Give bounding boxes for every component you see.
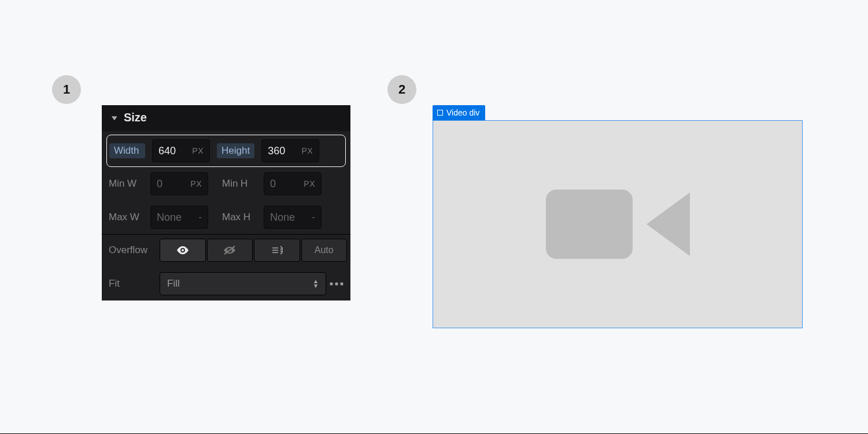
more-horizontal-icon: ••• [329,277,345,291]
svg-rect-3 [272,250,278,251]
video-placeholder-icon [546,190,690,259]
minw-value: 0 [157,178,162,190]
minh-unit[interactable]: PX [304,179,315,188]
eye-off-icon [223,246,236,255]
width-height-highlight: Width 640 PX Height 360 PX [106,135,346,167]
maxw-value: None [157,212,182,224]
minh-input[interactable]: 0 PX [264,172,322,195]
height-input[interactable]: 360 PX [261,139,319,162]
height-unit[interactable]: PX [301,146,313,155]
caret-down-icon: ▼ [110,114,120,122]
maxh-label[interactable]: Max H [219,212,263,223]
width-label[interactable]: Width [109,143,145,158]
overflow-visible-button[interactable] [160,239,206,262]
maxw-unit[interactable]: - [199,213,202,222]
maxw-input[interactable]: None - [150,206,208,229]
scroll-icon [271,244,283,256]
width-value: 640 [158,145,176,157]
width-unit[interactable]: PX [192,146,204,155]
element-selection-label: Video div [446,108,479,117]
element-selection-tag[interactable]: Video div [433,105,485,120]
overflow-scroll-button[interactable] [254,239,300,262]
canvas-area: Video div [433,105,803,327]
select-arrows-icon: ▲▼ [313,279,319,288]
overflow-hidden-button[interactable] [207,239,253,262]
height-value: 360 [268,145,285,157]
svg-rect-4 [272,252,278,253]
minw-label[interactable]: Min W [105,178,149,190]
maxh-value: None [270,212,295,224]
maxh-input[interactable]: None - [264,206,322,229]
size-panel-header[interactable]: ▼ Size [102,105,350,131]
fit-label: Fit [105,278,158,290]
size-panel: ▼ Size Width 640 PX Height 360 PX [102,105,350,301]
overflow-auto-label: Auto [315,245,334,255]
fit-value: Fill [167,278,180,290]
div-block-icon [437,110,443,116]
step-badge-1: 1 [52,75,81,104]
video-div-element[interactable] [433,120,803,328]
minw-input[interactable]: 0 PX [150,172,208,195]
fit-more-button[interactable]: ••• [327,277,347,291]
minh-value: 0 [270,178,276,190]
overflow-auto-button[interactable]: Auto [301,239,348,262]
minw-unit[interactable]: PX [190,179,202,188]
minh-label[interactable]: Min H [219,178,263,190]
fit-select[interactable]: Fill ▲▼ [160,272,326,295]
maxw-label[interactable]: Max W [105,212,149,223]
size-panel-title: Size [124,111,147,124]
maxh-unit[interactable]: - [312,213,315,222]
step-badge-2: 2 [387,75,416,104]
svg-point-0 [182,249,184,251]
width-input[interactable]: 640 PX [152,139,210,162]
svg-rect-2 [272,247,278,248]
overflow-label: Overflow [105,244,158,256]
height-label[interactable]: Height [217,143,254,158]
eye-icon [176,246,189,254]
